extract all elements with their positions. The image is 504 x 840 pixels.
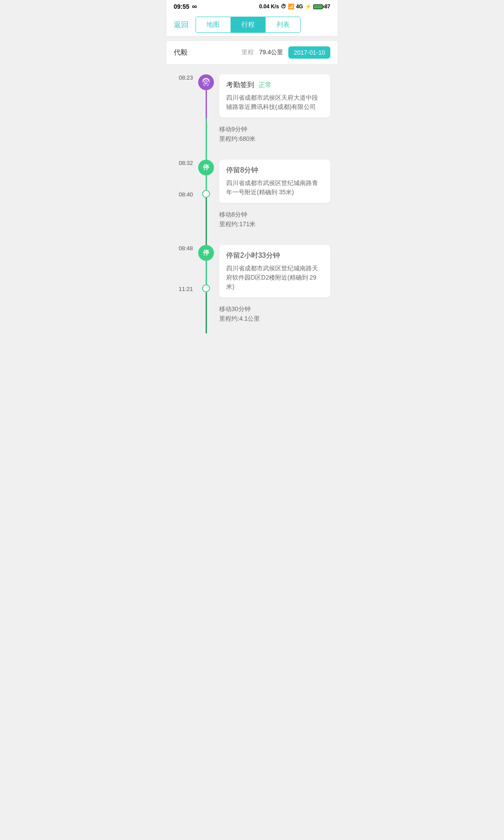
nav-bar: 返回 地图 行程 列表 <box>167 13 337 37</box>
move-duration-3: 移动30分钟 <box>219 305 323 313</box>
line-dark-green-1 <box>206 204 207 239</box>
node-wrapper-move-2 <box>197 204 215 239</box>
event-title-2: 停留8分钟 <box>226 166 323 175</box>
time-0823: 08:23 <box>167 68 197 119</box>
tab-trip[interactable]: 行程 <box>231 17 266 32</box>
move-distance-2: 里程约:171米 <box>219 220 323 228</box>
node-wrapper-2: 停 <box>197 154 215 204</box>
line-green-1 <box>206 119 207 154</box>
time-empty-1 <box>167 119 197 154</box>
time-empty-2 <box>167 204 197 239</box>
info-row: 代毅 里程 79.4公里 2017-01-10 <box>167 41 337 64</box>
signal-icon: 4G <box>296 4 303 10</box>
timeline-row-move-3: 移动30分钟 里程约:4.1公里 <box>167 298 337 333</box>
status-left: 09:55 ∞ <box>174 3 197 10</box>
nav-tabs: 地图 行程 列表 <box>196 17 301 33</box>
back-button[interactable]: 返回 <box>174 20 196 30</box>
move-distance-3: 里程约:4.1公里 <box>219 315 323 323</box>
time-empty-3 <box>167 298 197 333</box>
date-badge: 2017-01-10 <box>288 46 330 59</box>
mileage-label: 里程 <box>242 49 254 56</box>
clock-icon: ⏱ <box>281 4 286 10</box>
node-small-2 <box>202 284 210 292</box>
time-col-3: 08:48 11:21 <box>167 239 197 298</box>
driver-name: 代毅 <box>174 48 188 57</box>
event-card-3: 停留2小时33分钟 四川省成都市武侯区世纪城南路天府软件园D区D2楼附近(精确到… <box>219 245 330 298</box>
event-addr-1: 四川省成都市武侯区天府大道中段辅路靠近腾讯科技(成都)有限公司 <box>226 93 323 112</box>
line-green-3 <box>206 261 207 284</box>
move-card-3: 移动30分钟 里程约:4.1公里 <box>219 298 330 330</box>
stop-node-2: 停 <box>198 245 214 261</box>
event-title-3: 停留2小时33分钟 <box>226 251 323 260</box>
line-purple <box>206 90 207 119</box>
network-speed: 0.04 K/s <box>259 4 279 10</box>
node-wrapper-1 <box>197 68 215 119</box>
move-card-1: 移动9分钟 里程约:680米 <box>219 119 330 150</box>
fingerprint-node <box>198 74 214 90</box>
node-small-1 <box>202 190 210 198</box>
move-duration-1: 移动9分钟 <box>219 126 323 133</box>
mileage-value: 79.4公里 <box>259 49 283 56</box>
timeline-row-1: 08:23 考勤签到 正常 四川省成都市武侯区天府大道中段辅路靠近腾讯科技(成都… <box>167 68 337 119</box>
stop-node-1: 停 <box>198 160 214 175</box>
event-card-2: 停留8分钟 四川省成都市武侯区世纪城南路青年一号附近(精确到 35米) <box>219 160 330 203</box>
event-title-1: 考勤签到 正常 <box>226 80 323 90</box>
node-wrapper-3: 停 <box>197 239 215 298</box>
time-col-2: 08:32 08:40 <box>167 154 197 204</box>
wifi-icon: 📶 <box>288 4 294 10</box>
event-addr-2: 四川省成都市武侯区世纪城南路青年一号附近(精确到 35米) <box>226 178 323 197</box>
tab-map[interactable]: 地图 <box>196 17 231 32</box>
event-card-1: 考勤签到 正常 四川省成都市武侯区天府大道中段辅路靠近腾讯科技(成都)有限公司 <box>219 74 330 118</box>
move-distance-1: 里程约:680米 <box>219 135 323 143</box>
timeline-row-3: 08:48 11:21 停 停留2小时33分钟 四川省成都市武侯区世纪城南路天府… <box>167 239 337 298</box>
line-green-2 <box>206 175 207 190</box>
timeline-row-2: 08:32 08:40 停 停留8分钟 四川省成都市武侯区世纪城南路青年一号附近… <box>167 154 337 204</box>
timeline: 08:23 考勤签到 正常 四川省成都市武侯区天府大道中段辅路靠近腾讯科技(成都… <box>167 64 337 342</box>
status-time: 09:55 <box>174 3 189 10</box>
card-col-2: 停留8分钟 四川省成都市武侯区世纪城南路青年一号附近(精确到 35米) <box>219 154 337 204</box>
node-wrapper-move-3 <box>197 298 215 333</box>
battery-level: 87 <box>325 4 330 10</box>
card-col-move-1: 移动9分钟 里程约:680米 <box>219 119 337 154</box>
status-bar: 09:55 ∞ 0.04 K/s ⏱ 📶 4G ⚡ 87 <box>167 0 337 13</box>
timeline-row-move-1: 移动9分钟 里程约:680米 <box>167 119 337 154</box>
card-col-1: 考勤签到 正常 四川省成都市武侯区天府大道中段辅路靠近腾讯科技(成都)有限公司 <box>219 68 337 119</box>
tab-list[interactable]: 列表 <box>266 17 300 32</box>
timeline-row-move-2: 移动8分钟 里程约:171米 <box>167 204 337 239</box>
card-col-move-3: 移动30分钟 里程约:4.1公里 <box>219 298 337 333</box>
infinity-icon: ∞ <box>192 3 197 10</box>
status-right: 0.04 K/s ⏱ 📶 4G ⚡ 87 <box>259 4 330 10</box>
battery-icon <box>313 4 323 9</box>
node-wrapper-move-1 <box>197 119 215 154</box>
move-card-2: 移动8分钟 里程约:171米 <box>219 204 330 235</box>
event-addr-3: 四川省成都市武侯区世纪城南路天府软件园D区D2楼附近(精确到 29米) <box>226 264 323 291</box>
bolt-icon: ⚡ <box>305 4 312 10</box>
move-duration-2: 移动8分钟 <box>219 211 323 219</box>
event-status-1: 正常 <box>259 81 272 89</box>
card-col-3: 停留2小时33分钟 四川省成都市武侯区世纪城南路天府软件园D区D2楼附近(精确到… <box>219 239 337 298</box>
line-dark-green-2 <box>206 298 207 333</box>
card-col-move-2: 移动8分钟 里程约:171米 <box>219 204 337 239</box>
